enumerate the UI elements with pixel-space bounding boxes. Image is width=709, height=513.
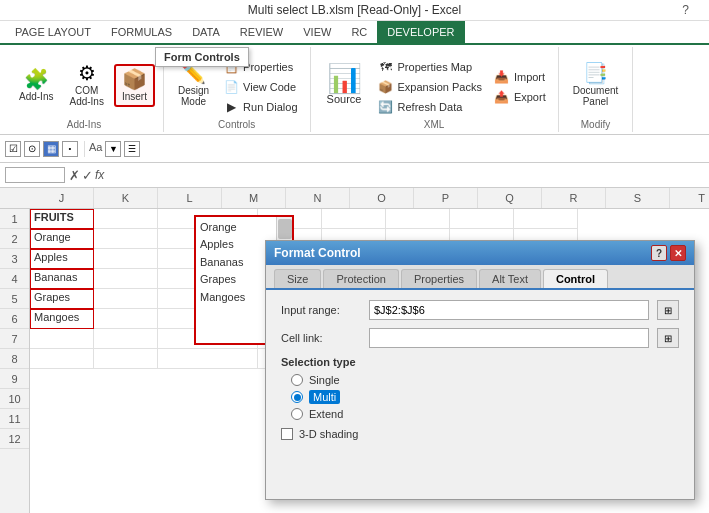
cell-j4[interactable]: Bananas: [30, 269, 94, 289]
radio-multi-btn[interactable]: [291, 391, 303, 403]
col-header-t: T: [670, 188, 709, 208]
grid-icon: ▦: [43, 141, 59, 157]
properties-map-button[interactable]: 🗺 Properties Map: [374, 58, 486, 76]
tab-view[interactable]: VIEW: [293, 21, 341, 43]
dot-icon: •: [62, 141, 78, 157]
cell-q1[interactable]: [514, 209, 578, 229]
cell-k6[interactable]: [94, 309, 158, 329]
cell-k7[interactable]: [94, 329, 158, 349]
cell-j7[interactable]: [30, 329, 94, 349]
cell-j6[interactable]: Mangoes: [30, 309, 94, 329]
export-button[interactable]: 📤 Export: [490, 88, 550, 106]
refresh-data-button[interactable]: 🔄 Refresh Data: [374, 98, 486, 116]
title-bar: Multi select LB.xlsm [Read-Only] - Excel…: [0, 0, 709, 21]
dialog-help-button[interactable]: ?: [651, 245, 667, 261]
expansion-packs-button[interactable]: 📦 Expansion Packs: [374, 78, 486, 96]
import-button[interactable]: 📥 Import: [490, 68, 550, 86]
export-label: Export: [514, 91, 546, 103]
tab-rc[interactable]: RC: [341, 21, 377, 43]
cell-j2[interactable]: Orange: [30, 229, 94, 249]
tab-formulas[interactable]: FORMULAS: [101, 21, 182, 43]
fx-icon[interactable]: fx: [95, 168, 104, 183]
controls-group-label: Controls: [218, 119, 255, 132]
source-label: Source: [327, 93, 362, 105]
cell-link-field[interactable]: [369, 328, 649, 348]
cell-l8[interactable]: [158, 349, 258, 369]
row-9[interactable]: 9: [0, 369, 29, 389]
dialog-tab-protection[interactable]: Protection: [323, 269, 399, 288]
cell-k2[interactable]: [94, 229, 158, 249]
document-panel-button[interactable]: 📑 DocumentPanel: [567, 60, 625, 110]
addins-button[interactable]: 🧩 Add-Ins: [13, 66, 59, 105]
cancel-icon[interactable]: ✗: [69, 168, 80, 183]
row-6[interactable]: 6: [0, 309, 29, 329]
ribbon-tabs: PAGE LAYOUT FORMULAS DATA REVIEW VIEW RC…: [0, 21, 709, 45]
row-5[interactable]: 5: [0, 289, 29, 309]
cell-j8[interactable]: [30, 349, 94, 369]
selection-type-section: Selection type Single Multi Extend: [281, 356, 679, 420]
row-12[interactable]: 12: [0, 429, 29, 449]
row-11[interactable]: 11: [0, 409, 29, 429]
formula-input[interactable]: [108, 168, 704, 182]
insert-button[interactable]: 📦 Insert: [114, 64, 155, 107]
row-2[interactable]: 2: [0, 229, 29, 249]
run-dialog-icon: ▶: [223, 99, 239, 115]
radio-extend[interactable]: Extend: [291, 408, 679, 420]
radio-single-btn[interactable]: [291, 374, 303, 386]
confirm-icon[interactable]: ✓: [82, 168, 93, 183]
input-range-picker[interactable]: ⊞: [657, 300, 679, 320]
cell-k8[interactable]: [94, 349, 158, 369]
ribbon: 🧩 Add-Ins ⚙ COMAdd-Ins 📦 Insert Add-Ins …: [0, 45, 709, 135]
help-icon[interactable]: ?: [682, 3, 689, 17]
dialog-title: Format Control: [274, 246, 361, 260]
com-addins-button[interactable]: ⚙ COMAdd-Ins: [63, 60, 109, 110]
cell-n1[interactable]: [322, 209, 386, 229]
dialog-tab-size[interactable]: Size: [274, 269, 321, 288]
shading-checkbox[interactable]: [281, 428, 293, 440]
input-range-field[interactable]: [369, 300, 649, 320]
cell-k3[interactable]: [94, 249, 158, 269]
modify-group-label: Modify: [581, 119, 610, 132]
row-3[interactable]: 3: [0, 249, 29, 269]
dialog-tab-control[interactable]: Control: [543, 269, 608, 288]
col-header-r: R: [542, 188, 606, 208]
dialog-close-button[interactable]: ✕: [670, 245, 686, 261]
cell-k1[interactable]: [94, 209, 158, 229]
tab-page-layout[interactable]: PAGE LAYOUT: [5, 21, 101, 43]
cell-k5[interactable]: [94, 289, 158, 309]
cell-j3[interactable]: Apples: [30, 249, 94, 269]
radio-single[interactable]: Single: [291, 374, 679, 386]
source-button[interactable]: 📊 Source: [319, 61, 370, 109]
design-mode-label: DesignMode: [178, 85, 209, 107]
dialog-tab-properties[interactable]: Properties: [401, 269, 477, 288]
format-control-dialog: Format Control ? ✕ Size Protection Prope…: [265, 240, 695, 500]
cell-link-picker[interactable]: ⊞: [657, 328, 679, 348]
ribbon-group-modify: 📑 DocumentPanel Modify: [559, 47, 634, 132]
dialog-tab-alt-text[interactable]: Alt Text: [479, 269, 541, 288]
cell-j5[interactable]: Grapes: [30, 289, 94, 309]
tab-review[interactable]: REVIEW: [230, 21, 293, 43]
row-4[interactable]: 4: [0, 269, 29, 289]
cell-p1[interactable]: [450, 209, 514, 229]
tab-data[interactable]: DATA: [182, 21, 230, 43]
view-code-button[interactable]: 📄 View Code: [219, 78, 301, 96]
cell-j1[interactable]: FRUITS: [30, 209, 94, 229]
run-dialog-button[interactable]: ▶ Run Dialog: [219, 98, 301, 116]
row-10[interactable]: 10: [0, 389, 29, 409]
cell-k4[interactable]: [94, 269, 158, 289]
properties-map-label: Properties Map: [398, 61, 473, 73]
col-header-n: N: [286, 188, 350, 208]
tab-developer[interactable]: DEVELOPER: [377, 21, 464, 43]
row-1[interactable]: 1: [0, 209, 29, 229]
row-8[interactable]: 8: [0, 349, 29, 369]
radio-multi[interactable]: Multi: [291, 390, 679, 404]
listbox-scrollbar-thumb: [278, 219, 292, 239]
shading-row[interactable]: 3-D shading: [281, 428, 679, 440]
name-box[interactable]: [5, 167, 65, 183]
design-mode-button[interactable]: ✏️ DesignMode: [172, 60, 215, 110]
view-code-label: View Code: [243, 81, 296, 93]
radio-extend-btn[interactable]: [291, 408, 303, 420]
row-7[interactable]: 7: [0, 329, 29, 349]
ribbon-group-xml: 📊 Source 🗺 Properties Map 📦 Expansion Pa…: [311, 47, 559, 132]
cell-o1[interactable]: [386, 209, 450, 229]
